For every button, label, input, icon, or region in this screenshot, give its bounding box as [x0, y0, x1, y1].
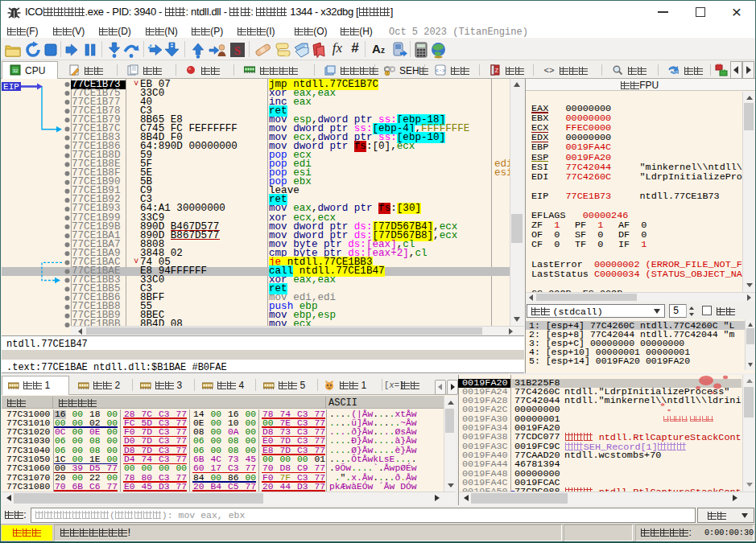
svg-text:<>: <> [543, 66, 554, 76]
svg-text:<·>: <·> [436, 68, 446, 74]
svg-text:32: 32 [13, 68, 19, 73]
svg-text:S: S [234, 44, 241, 57]
svg-text:Z: Z [495, 68, 499, 73]
